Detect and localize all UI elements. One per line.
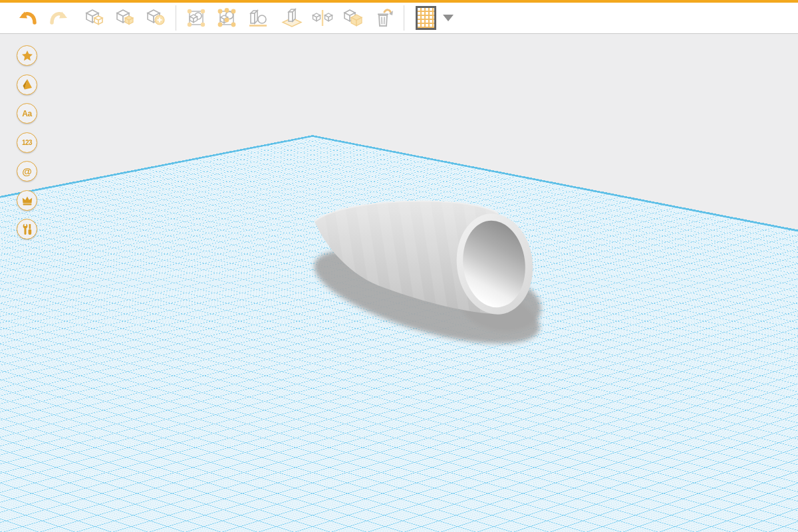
- group-selection-button[interactable]: [183, 5, 209, 31]
- number-shapes-label: 123: [22, 139, 32, 146]
- toolbar: [0, 3, 798, 34]
- group-selection-icon: [185, 7, 207, 29]
- text-shapes-label: Aa: [22, 109, 31, 118]
- align-shapes-button[interactable]: [244, 5, 271, 31]
- crown-icon: [20, 193, 35, 207]
- toolbar-divider: [176, 5, 176, 31]
- accent-strip: [0, 0, 798, 3]
- cube-add-button[interactable]: [142, 5, 169, 31]
- mirror-shape-button[interactable]: [309, 5, 336, 31]
- view-navigation: TOP FRONT RIGHT + −: [0, 459, 93, 532]
- sidebar-item-text-shapes[interactable]: Aa: [17, 103, 37, 124]
- grid-settings-button[interactable]: [414, 5, 438, 31]
- align-shapes-icon: [246, 7, 269, 29]
- toolbar-divider: [404, 5, 404, 31]
- drop-to-workplane-button[interactable]: [279, 5, 305, 31]
- undo-icon: [17, 7, 39, 29]
- sidebar-item-basic-shapes[interactable]: [17, 74, 37, 95]
- mirror-shape-icon: [311, 7, 334, 29]
- redo-icon: [47, 7, 70, 29]
- cube-wireframe-button[interactable]: [81, 5, 108, 31]
- dropdown-caret-icon[interactable]: [443, 15, 454, 21]
- delete-shape-icon: [372, 7, 395, 29]
- undo-button[interactable]: [15, 5, 41, 31]
- cube-solid-button[interactable]: [112, 5, 138, 31]
- tools-icon: [20, 222, 35, 237]
- cube-wireframe-icon: [83, 7, 106, 29]
- grid-settings-icon: [416, 6, 436, 30]
- star-icon: [20, 49, 35, 63]
- cube-solid-icon: [114, 7, 136, 29]
- drop-to-workplane-icon: [281, 7, 303, 29]
- canvas-3d-viewport[interactable]: [0, 34, 798, 532]
- cube-add-icon: [144, 7, 167, 29]
- redo-button[interactable]: [45, 5, 72, 31]
- sidebar-item-favorites[interactable]: [17, 45, 37, 66]
- sidebar-item-symbol-shapes[interactable]: @: [17, 161, 37, 182]
- duplicate-shape-icon: [342, 7, 364, 29]
- ungroup-selection-button[interactable]: [213, 5, 240, 31]
- pyramid-icon: [20, 77, 35, 92]
- ungroup-selection-icon: [215, 7, 238, 29]
- workplane-grid[interactable]: [0, 135, 798, 532]
- duplicate-shape-button[interactable]: [340, 5, 366, 31]
- symbol-shapes-label: @: [22, 166, 32, 177]
- delete-shape-button[interactable]: [370, 5, 397, 31]
- sidebar-item-number-shapes[interactable]: 123: [17, 132, 37, 153]
- sidebar-item-premium-shapes[interactable]: [17, 190, 37, 211]
- sidebar-item-shape-tools[interactable]: [17, 219, 37, 239]
- shape-sidebar: Aa 123 @: [17, 45, 37, 239]
